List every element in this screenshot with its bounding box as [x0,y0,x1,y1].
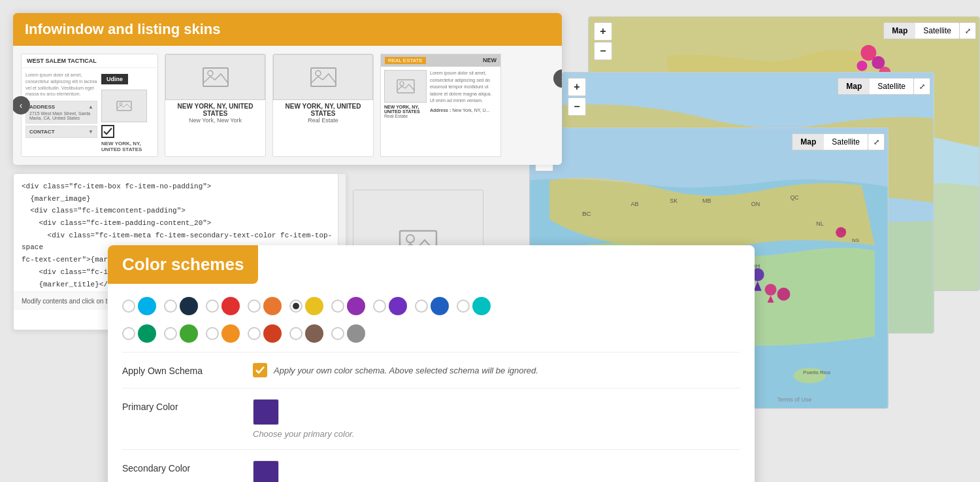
color-dot-darkgreen[interactable] [138,324,156,343]
satellite-btn-1[interactable]: Satellite [915,23,959,39]
code-line-2: {marker_image} [22,193,338,205]
secondary-color-text: Secondary Color [122,463,190,473]
skin-img-placeholder [101,90,147,122]
color-radio-12[interactable] [206,327,219,340]
code-line-1: <div class="fc-item-box fc-item-no-paddi… [22,181,338,193]
address-block: ADDRESS ▲ 2715 West Main Street, Santa M… [25,101,97,124]
color-radio-15[interactable] [331,327,344,340]
zoom-out-btn-1[interactable]: − [594,42,612,60]
apply-schema-checkbox[interactable] [253,363,267,377]
color-schemes-panel: Color schemes [108,245,755,482]
color-pair-14 [289,324,323,343]
svg-text:QC: QC [790,194,799,201]
color-row-2 [122,324,740,343]
color-schemes-body: Apply Own Schema Apply your own color sc… [108,284,755,482]
color-radio-8[interactable] [415,300,428,313]
color-dot-purple1[interactable] [347,297,365,315]
apply-schema-row: Apply Own Schema Apply your own color sc… [122,352,740,388]
map-btn-1[interactable]: Map [884,23,915,39]
color-radio-6[interactable] [331,300,344,313]
color-dot-teal[interactable] [472,297,491,315]
color-radio-13[interactable] [248,327,261,340]
img-placeholder-2 [165,54,265,100]
svg-text:NL: NL [816,220,823,227]
color-dot-yellow[interactable] [305,297,323,315]
address-text: 2715 West Main Street, Santa Maria, CA, … [29,111,93,120]
color-pair-5 [289,297,323,315]
color-schemes-title: Color schemes [122,254,244,274]
re-new-badge: NEW [483,57,497,64]
svg-point-57 [406,235,414,243]
primary-color-control: Choose your primary color. [253,399,740,439]
color-radio-11[interactable] [164,327,177,340]
code-line-4: <div class="fc-item-padding-content_20"> [22,217,338,230]
color-dot-darkred[interactable] [263,324,282,343]
nav-right[interactable]: › [553,69,562,88]
img-placeholder-3 [273,54,373,100]
color-dot-brown[interactable] [305,324,323,343]
primary-color-text: Primary Color [122,402,178,412]
color-pair-12 [206,324,240,343]
color-radio-5-selected[interactable] [289,300,302,313]
map-controls-1: + − [594,22,612,60]
color-pair-13 [248,324,282,343]
color-row-1 [122,297,740,315]
expand-btn-1[interactable]: ⤢ [959,22,976,39]
skin-card-first: ‹ WEST SALEM TACTICAL Lorem ipsum dolor … [21,54,158,157]
skin-card-3: NEW YORK, NY, UNITED STATES Real Estate [272,54,374,157]
map-btn-2[interactable]: Map [838,78,870,94]
map-type-toggle-3: Map Satellite [792,133,868,150]
map-btn-3[interactable]: Map [792,134,824,150]
address-label: ADDRESS ▲ [29,104,93,110]
checkbox-square[interactable] [101,125,114,138]
color-dot-purple2[interactable] [389,297,407,315]
satellite-btn-3[interactable]: Satellite [824,134,868,150]
svg-text:ON: ON [751,201,760,207]
color-radio-7[interactable] [373,300,386,313]
primary-color-swatch[interactable] [253,399,279,425]
svg-text:NB: NB [839,228,846,233]
secondary-color-swatch[interactable] [253,460,279,482]
listing-content: ‹ WEST SALEM TACTICAL Lorem ipsum dolor … [13,46,562,165]
color-dot-red[interactable] [221,297,240,315]
color-radio-1[interactable] [122,300,135,313]
listing-panel: Infowindow and listing skins ‹ WEST SALE… [13,13,562,165]
satellite-btn-2[interactable]: Satellite [870,78,913,94]
color-pair-2 [164,297,198,315]
color-radio-14[interactable] [289,327,302,340]
color-pair-10 [122,324,156,343]
listing-header: Infowindow and listing skins [13,13,562,46]
color-dot-orange[interactable] [263,297,282,315]
apply-schema-control: Apply your own color schema. Above selec… [253,363,740,377]
skin-title-3: NEW YORK, NY, UNITED STATES [273,103,373,117]
color-radio-9[interactable] [457,300,470,313]
color-dot-green[interactable] [180,324,198,343]
color-dot-cyan[interactable] [138,297,156,315]
color-pair-11 [164,324,198,343]
color-radio-2[interactable] [164,300,177,313]
apply-schema-text: Apply Own Schema [122,366,203,376]
color-dot-amber[interactable] [221,324,240,343]
expand-btn-3[interactable]: ⤢ [868,133,885,150]
zoom-in-btn-1[interactable]: + [594,22,612,41]
code-line-3: <div class="fc-itemcontent-padding"> [22,205,338,217]
svg-text:NS: NS [852,237,859,243]
contact-label: CONTACT [29,129,55,135]
zoom-out-btn-2[interactable]: − [568,97,586,116]
color-radio-10[interactable] [122,327,135,340]
color-pair-1 [122,297,156,315]
color-radio-3[interactable] [206,300,219,313]
color-dot-blue[interactable] [431,297,449,315]
color-dot-gray[interactable] [347,324,365,343]
color-pair-7 [373,297,407,315]
svg-text:MB: MB [702,198,711,204]
color-dot-darkblue[interactable] [180,297,198,315]
color-radio-4[interactable] [248,300,261,313]
svg-text:SK: SK [670,198,678,204]
svg-rect-52 [311,68,336,86]
zoom-in-btn-2[interactable]: + [568,78,586,96]
secondary-color-label: Secondary Color [122,460,253,473]
lorem-text: Lorem ipsum dolor sit amet, consectetur … [25,72,97,97]
svg-text:AB: AB [631,201,639,207]
expand-btn-2[interactable]: ⤢ [913,78,930,95]
